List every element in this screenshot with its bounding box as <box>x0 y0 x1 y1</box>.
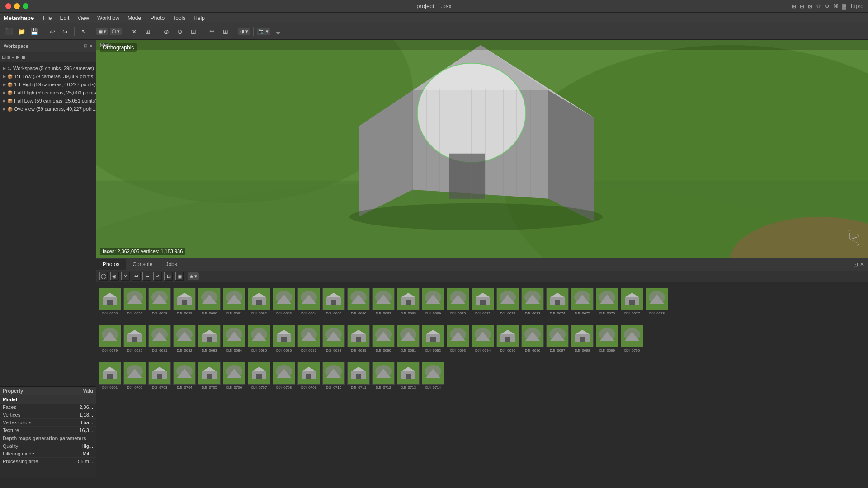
photo-item[interactable]: DJI_0693 <box>446 325 470 352</box>
menu-file[interactable]: File <box>39 14 55 22</box>
photo-item[interactable]: DJI_0671 <box>471 288 495 315</box>
photo-item[interactable]: DJI_0688 <box>322 325 345 352</box>
new-button[interactable]: ⬛ <box>3 26 14 38</box>
photo-item[interactable]: DJI_0706 <box>222 362 246 389</box>
close-button[interactable] <box>5 3 11 9</box>
photo-item[interactable]: DJI_0683 <box>198 325 221 352</box>
photo-item[interactable]: DJI_0665 <box>322 288 345 315</box>
fit-view-button[interactable]: ⊡ <box>188 26 199 38</box>
delete-tool[interactable]: ✕ <box>128 26 140 38</box>
terrain-button[interactable]: ⏚ <box>272 26 284 38</box>
photo-item[interactable]: DJI_0697 <box>546 325 569 352</box>
photo-item[interactable]: DJI_0657 <box>123 288 146 315</box>
photo-item[interactable]: DJI_0705 <box>198 362 221 389</box>
photo-item[interactable]: DJI_0687 <box>297 325 321 352</box>
photo-item[interactable]: DJI_0680 <box>123 325 146 352</box>
photo-item[interactable]: DJI_0696 <box>521 325 544 352</box>
photos-tool-4[interactable]: ↩ <box>132 272 141 281</box>
menu-tools[interactable]: Tools <box>169 14 189 22</box>
shading-dropdown[interactable]: ◑ ▾ <box>238 28 250 35</box>
open-button[interactable]: 📁 <box>15 26 27 38</box>
photo-item[interactable]: DJI_0670 <box>446 288 470 315</box>
photo-item[interactable]: DJI_0709 <box>297 362 321 389</box>
transform-dropdown[interactable]: ⬡ ▾ <box>110 28 122 35</box>
photo-item[interactable]: DJI_0704 <box>173 362 196 389</box>
photo-item[interactable]: DJI_0682 <box>173 325 196 352</box>
viewport-3d[interactable]: Model <box>96 40 868 258</box>
photo-item[interactable]: DJI_0699 <box>595 325 619 352</box>
photo-item[interactable]: DJI_0698 <box>571 325 594 352</box>
photo-item[interactable]: DJI_0677 <box>620 288 644 315</box>
photo-item[interactable]: DJI_0684 <box>222 325 246 352</box>
select-tool[interactable]: ↖ <box>78 26 90 38</box>
photo-item[interactable]: DJI_0681 <box>148 325 171 352</box>
photo-item[interactable]: DJI_0708 <box>272 362 296 389</box>
menu-workflow[interactable]: Workflow <box>94 14 123 22</box>
photo-item[interactable]: DJI_0656 <box>98 288 122 315</box>
photos-tool-3[interactable]: ✕ <box>121 272 130 281</box>
tab-photos[interactable]: Photos <box>96 259 126 270</box>
workspace-expand-icon[interactable]: ⊡ <box>84 43 87 48</box>
photos-tool-5[interactable]: ↪ <box>142 272 151 281</box>
photo-item[interactable]: DJI_0672 <box>496 288 519 315</box>
photo-item[interactable]: DJI_0692 <box>421 325 445 352</box>
tree-item-overview[interactable]: ▶ 📦 Overview (59 cameras, 40,227 poin... <box>0 105 96 113</box>
photo-item[interactable]: DJI_0685 <box>247 325 271 352</box>
photo-item[interactable]: DJI_0691 <box>396 325 420 352</box>
photo-item[interactable]: DJI_0695 <box>496 325 519 352</box>
photos-float-icon[interactable]: ⊡ <box>854 261 858 267</box>
photo-item[interactable]: DJI_0703 <box>148 362 171 389</box>
photo-item[interactable]: DJI_0662 <box>247 288 271 315</box>
photo-item[interactable]: DJI_0700 <box>620 325 644 352</box>
selection-dropdown[interactable]: ▣ ▾ <box>96 28 108 35</box>
add-marker-tool[interactable]: ⊞ <box>142 26 154 38</box>
zoom-out-button[interactable]: ⊖ <box>174 26 186 38</box>
menu-view[interactable]: View <box>74 14 93 22</box>
undo-button[interactable]: ↩ <box>47 26 58 38</box>
photo-item[interactable]: DJI_0659 <box>173 288 196 315</box>
ws-icon-stop[interactable]: ⏹ <box>21 55 26 60</box>
menu-edit[interactable]: Edit <box>57 14 73 22</box>
tab-console[interactable]: Console <box>126 259 159 269</box>
photo-item[interactable]: DJI_0711 <box>347 362 370 389</box>
photo-item[interactable]: DJI_0666 <box>347 288 370 315</box>
photo-item[interactable]: DJI_0714 <box>421 362 445 389</box>
minimize-button[interactable] <box>14 3 20 9</box>
zoom-in-button[interactable]: ⊕ <box>160 26 172 38</box>
photo-item[interactable]: DJI_0689 <box>347 325 370 352</box>
photo-item[interactable]: DJI_0676 <box>595 288 619 315</box>
menu-photo[interactable]: Photo <box>147 14 168 22</box>
photo-item[interactable]: DJI_0701 <box>98 362 122 389</box>
photo-item[interactable]: DJI_0673 <box>521 288 544 315</box>
photo-item[interactable]: DJI_0674 <box>546 288 569 315</box>
photos-tool-8[interactable]: ▣ <box>175 272 184 281</box>
redo-button[interactable]: ↪ <box>59 26 71 38</box>
menu-help[interactable]: Help <box>190 14 208 22</box>
tree-item-halflow[interactable]: ▶ 📦 Half Low (59 cameras, 25,051 points) <box>0 97 96 105</box>
tree-item-1high[interactable]: ▶ 📦 1:1 High (59 cameras, 40,227 points) <box>0 80 96 89</box>
photo-item[interactable]: DJI_0668 <box>396 288 420 315</box>
tab-jobs[interactable]: Jobs <box>159 259 184 269</box>
photos-tool-7[interactable]: ⊡ <box>164 272 173 281</box>
photos-tool-2[interactable]: ◉ <box>110 272 119 281</box>
photo-item[interactable]: DJI_0712 <box>372 362 395 389</box>
photo-item[interactable]: DJI_0669 <box>421 288 445 315</box>
photos-view-dropdown[interactable]: ⊞ ▾ <box>188 272 199 280</box>
photo-item[interactable]: DJI_0660 <box>198 288 221 315</box>
save-button[interactable]: 💾 <box>28 26 40 38</box>
tree-item-1low[interactable]: ▶ 📦 1:1 Low (59 cameras, 39,889 points) <box>0 72 96 80</box>
workspace-close-icon[interactable]: ✕ <box>89 43 93 48</box>
photo-item[interactable]: DJI_0690 <box>372 325 395 352</box>
photo-item[interactable]: DJI_0694 <box>471 325 495 352</box>
ws-icon-list[interactable]: ≡ <box>7 55 10 60</box>
maximize-button[interactable] <box>23 3 28 9</box>
photo-item[interactable]: DJI_0663 <box>272 288 296 315</box>
photo-item[interactable]: DJI_0675 <box>571 288 594 315</box>
ws-icon-add[interactable]: + <box>11 55 14 60</box>
photo-item[interactable]: DJI_0661 <box>222 288 246 315</box>
ws-icon-layers[interactable]: ⊞ <box>2 54 6 60</box>
tree-workspace-root[interactable]: ▶ 🗂 Workspace (5 chunks, 295 cameras) <box>0 64 96 72</box>
photo-item[interactable]: DJI_0702 <box>123 362 146 389</box>
ws-icon-play[interactable]: ▶ <box>16 54 19 60</box>
camera-dropdown[interactable]: 📷 ▾ <box>257 28 270 35</box>
